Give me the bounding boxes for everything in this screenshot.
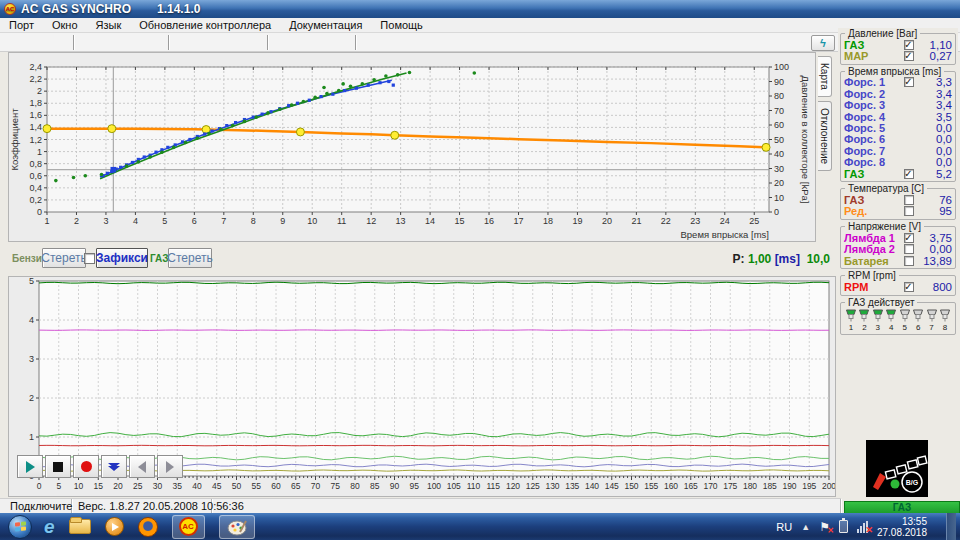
row-checkbox[interactable]: ✓ xyxy=(904,40,914,50)
language-indicator[interactable]: RU xyxy=(776,521,792,533)
row-checkbox[interactable] xyxy=(904,244,914,254)
prev-button[interactable] xyxy=(129,455,155,478)
fix-button[interactable]: Зафикси xyxy=(96,248,148,268)
ac-gas-synchro-task-button[interactable]: AC xyxy=(172,515,205,539)
erase-benzin-button[interactable]: Стереть xyxy=(42,248,86,268)
paint-task-button[interactable] xyxy=(219,515,255,539)
coefficient-chart[interactable]: 1234567891011121314151617181920212223242… xyxy=(9,53,815,241)
svg-text:85: 85 xyxy=(370,481,380,491)
svg-text:70: 70 xyxy=(311,481,321,491)
svg-text:23: 23 xyxy=(690,216,700,226)
status-empty xyxy=(212,499,841,513)
status-connection: Подключите xyxy=(0,499,72,513)
svg-text:185: 185 xyxy=(763,481,777,491)
next-button[interactable] xyxy=(157,455,183,478)
svg-text:1,2: 1,2 xyxy=(29,135,42,145)
media-player-icon[interactable] xyxy=(105,517,124,536)
row-checkbox[interactable]: ✓ xyxy=(904,233,914,243)
svg-text:90: 90 xyxy=(774,77,784,87)
menu-item-3[interactable]: Язык xyxy=(87,18,131,33)
svg-text:95: 95 xyxy=(410,481,420,491)
start-button[interactable] xyxy=(8,515,32,539)
svg-text:4: 4 xyxy=(133,216,138,226)
p-readout: P: 1,00 [ms] 10,0 xyxy=(733,252,830,266)
gas-status-label: ГАЗ xyxy=(893,502,912,513)
svg-text:15: 15 xyxy=(94,481,104,491)
svg-text:150: 150 xyxy=(624,481,638,491)
connect-icon: ϟ xyxy=(820,37,826,49)
hidden-icons-chevron[interactable]: ▲ xyxy=(801,522,810,532)
row-checkbox[interactable]: ✓ xyxy=(904,282,914,292)
statusbar: Подключите Верс. 1.8.27 20.05.2008 10:56… xyxy=(0,498,841,513)
firefox-icon[interactable] xyxy=(138,517,158,537)
svg-text:165: 165 xyxy=(684,481,698,491)
panel-row-Форс. 6: Форс. 60,0 xyxy=(844,134,952,145)
taskbar: e AC RU ▲ ⚑✕ ✕ xyxy=(0,513,960,540)
battery-icon[interactable] xyxy=(839,520,848,533)
stop-button[interactable] xyxy=(45,455,71,478)
erase-gas-button[interactable]: Стереть xyxy=(168,248,212,268)
row-value: 3,75 xyxy=(915,232,952,244)
system-tray: RU ▲ ⚑✕ ✕ 13:55 27.08.2018 xyxy=(776,513,960,540)
svg-text:115: 115 xyxy=(486,481,500,491)
svg-text:155: 155 xyxy=(644,481,658,491)
fix-checkbox[interactable] xyxy=(84,253,95,264)
internet-explorer-icon[interactable]: e xyxy=(44,516,55,538)
network-icon[interactable]: ✕ xyxy=(857,521,868,533)
p-step: 10,0 xyxy=(807,252,830,266)
skip-down-button[interactable] xyxy=(101,455,127,478)
svg-text:1,6: 1,6 xyxy=(29,110,42,120)
svg-text:130: 130 xyxy=(545,481,559,491)
play-button[interactable] xyxy=(17,455,43,478)
gauge-red-segment xyxy=(873,473,886,490)
svg-text:0: 0 xyxy=(37,207,42,217)
show-desktop-button[interactable] xyxy=(946,513,956,540)
injector-icon xyxy=(885,309,897,322)
menu-item-2[interactable]: Окно xyxy=(43,18,87,33)
injector-6-inactive: 6 xyxy=(912,309,924,332)
svg-text:20: 20 xyxy=(774,178,784,188)
menu-item-1[interactable]: Порт xyxy=(0,18,43,33)
svg-text:60: 60 xyxy=(271,481,281,491)
svg-text:1: 1 xyxy=(44,216,49,226)
injector-4-active: 4 xyxy=(885,309,897,332)
row-label: ГАЗ xyxy=(844,39,902,51)
row-value: 0,0 xyxy=(915,145,952,157)
svg-text:6: 6 xyxy=(192,216,197,226)
injector-icon xyxy=(845,309,857,322)
row-checkbox[interactable]: ✓ xyxy=(904,51,914,61)
panel-row-ГАЗ: ГАЗ✓5,2 xyxy=(844,168,952,179)
group-title: RPM [rpm] xyxy=(845,270,899,281)
row-checkbox[interactable] xyxy=(904,195,914,205)
tab-map[interactable]: Карта xyxy=(818,56,832,97)
group-title: Напряжение [V] xyxy=(845,221,924,232)
explorer-folder-icon[interactable] xyxy=(69,519,91,534)
row-checkbox[interactable]: ✓ xyxy=(904,169,914,179)
row-checkbox[interactable] xyxy=(904,206,914,216)
p-unit: [ms] xyxy=(775,252,800,266)
window-title: AC GAS SYNCHRO xyxy=(21,2,131,16)
menu-item-4[interactable]: Обновление контроллера xyxy=(130,18,280,33)
tab-deviation[interactable]: Отклонение xyxy=(818,101,832,171)
svg-text:100: 100 xyxy=(427,481,441,491)
svg-text:0,8: 0,8 xyxy=(29,159,42,169)
svg-text:Давление в коллекторе [kPa]: Давление в коллекторе [kPa] xyxy=(800,76,811,204)
row-checkbox[interactable] xyxy=(904,256,914,266)
row-label: Форс. 7 xyxy=(844,145,902,157)
panel-row-Форс. 8: Форс. 80,0 xyxy=(844,157,952,168)
clock[interactable]: 13:55 27.08.2018 xyxy=(877,516,937,538)
record-button[interactable] xyxy=(73,455,99,478)
menubar: ПортОкноЯзыкОбновление контроллераДокуме… xyxy=(0,18,960,33)
panel-row-Форс. 5: Форс. 50,0 xyxy=(844,122,952,133)
row-value: 3,3 xyxy=(915,76,952,88)
svg-text:190: 190 xyxy=(782,481,796,491)
menu-item-5[interactable]: Документация xyxy=(280,18,371,33)
group-Напряжение [V]: Напряжение [V]Лямбда 1✓3,75Лямбда 20,00Б… xyxy=(840,226,956,269)
action-center-flag-icon[interactable]: ⚑✕ xyxy=(819,520,830,534)
svg-text:1,8: 1,8 xyxy=(29,98,42,108)
row-checkbox[interactable]: ✓ xyxy=(904,77,914,87)
svg-text:2,4: 2,4 xyxy=(29,62,42,72)
connect-button[interactable]: ϟ xyxy=(811,35,835,51)
row-label: RPM xyxy=(844,281,902,293)
menu-item-6[interactable]: Помощь xyxy=(371,18,432,33)
